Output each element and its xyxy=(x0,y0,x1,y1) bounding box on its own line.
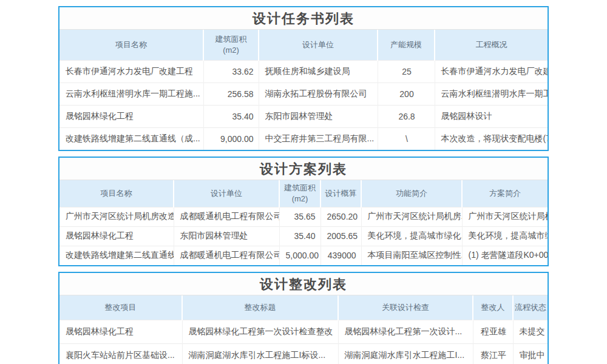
number-cell: 35.40 xyxy=(203,105,259,127)
number-cell: 33.62 xyxy=(203,60,259,83)
header-row: 整改项目整改标题关联设计检查整改人流程状态 xyxy=(59,295,548,320)
value-cell: 200 xyxy=(378,83,435,105)
project-link[interactable]: 长春市伊通河水力发电厂改建工程 xyxy=(59,60,203,83)
status-badge: 审批中 xyxy=(513,343,548,364)
person-link[interactable]: 蔡江平 xyxy=(473,343,513,364)
number-cell: 256.58 xyxy=(203,83,259,105)
text-cell: 本项目南阳至城区控制性... xyxy=(361,246,462,265)
panel-design-plan-list: 设计方案列表 项目名称设计单位建筑面积 (m2)设计概算功能简介方案简介广州市天… xyxy=(58,157,549,266)
text-cell: 晟铭园林设计 xyxy=(435,105,548,127)
column-header: 流程状态 xyxy=(513,295,548,320)
project-link[interactable]: 改建铁路线增建第二线直通线... xyxy=(59,246,174,265)
project-link[interactable]: 晟铭园林绿化工程第一次设计检查整改 xyxy=(182,320,338,343)
column-header: 整改人 xyxy=(473,295,513,320)
column-header: 关联设计检查 xyxy=(338,295,473,320)
status-badge: 未提交 xyxy=(513,320,548,343)
column-header: 功能简介 xyxy=(361,180,462,207)
text-cell: 美化环境，提高城市绿化... xyxy=(462,226,548,246)
text-cell: 东阳市园林管理处 xyxy=(174,226,279,246)
text-cell: 成都暖通机电工程有限公司 xyxy=(174,246,279,265)
project-link[interactable]: 晟铭园林绿化工程 xyxy=(59,105,203,127)
text-cell: 云南水利枢纽潜明水库一期工... xyxy=(435,83,548,105)
text-cell: 广州市天河区统计局机房... xyxy=(462,207,548,226)
project-link[interactable]: 襄阳火车站站前片区基础设... xyxy=(59,343,182,364)
project-link[interactable]: 晟铭园林绿化工程 xyxy=(59,320,182,343)
number-cell: 35.65 xyxy=(279,207,320,226)
column-header: 方案简介 xyxy=(462,180,548,207)
column-header: 建筑面积 (m2) xyxy=(203,30,259,60)
text-cell: 湖南洞庭湖水库引水工程施工I... xyxy=(338,343,473,364)
panel-title-design-plan-list: 设计方案列表 xyxy=(59,158,548,180)
panel-design-rectify-list: 设计整改列表 整改项目整改标题关联设计检查整改人流程状态晟铭园林绿化工程晟铭园林… xyxy=(58,272,549,364)
text-cell: 本次改造，将现状变配电楼(7#... xyxy=(435,127,548,150)
number-cell: 2005.65 xyxy=(320,226,361,246)
number-cell: 2650.20 xyxy=(320,207,361,226)
project-link[interactable]: 广州市天河区统计局机房改造... xyxy=(59,207,174,226)
table-row: 晟铭园林绿化工程35.40东阳市园林管理处26.8晟铭园林设计 xyxy=(59,105,548,127)
header-row: 项目名称建筑面积 (m2)设计单位产能规模工程概况 xyxy=(59,30,548,60)
table-row: 襄阳火车站站前片区基础设...湖南洞庭湖水库引水工程施工I标设...湖南洞庭湖水… xyxy=(59,343,548,364)
text-cell: 长春市伊通河水力发电厂改建... xyxy=(435,60,548,83)
column-header: 设计单位 xyxy=(174,180,279,207)
text-cell: 抚顺住房和城乡建设局 xyxy=(259,60,378,83)
text-cell: 中交王府井第三工程局有限... xyxy=(259,127,378,150)
column-header: 项目名称 xyxy=(59,180,174,207)
text-cell: 美化环境，提高城市绿化... xyxy=(361,226,462,246)
panel-title-design-rectify-list: 设计整改列表 xyxy=(59,273,548,295)
design-rectify-table: 整改项目整改标题关联设计检查整改人流程状态晟铭园林绿化工程晟铭园林绿化工程第一次… xyxy=(59,295,548,364)
text-cell: (1) 老营隧道段K0+000... xyxy=(462,246,548,265)
text-cell: 晟铭园林绿化工程第一次设计... xyxy=(338,320,473,343)
value-cell: 26.8 xyxy=(378,105,435,127)
project-link[interactable]: 云南水利枢纽潜明水库一期工程施... xyxy=(59,83,203,105)
text-cell: 成都暖通机电工程有限公司 xyxy=(174,207,279,226)
project-link[interactable]: 晟铭园林绿化工程 xyxy=(59,226,174,246)
table-row: 云南水利枢纽潜明水库一期工程施...256.58湖南永拓工程股份有限公司200云… xyxy=(59,83,548,105)
table-row: 长春市伊通河水力发电厂改建工程33.62抚顺住房和城乡建设局25长春市伊通河水力… xyxy=(59,60,548,83)
project-link[interactable]: 湖南洞庭湖水库引水工程施工I标设... xyxy=(182,343,338,364)
table-row: 晟铭园林绿化工程东阳市园林管理处35.402005.65美化环境，提高城市绿化.… xyxy=(59,226,548,246)
panel-title-design-task-list: 设计任务书列表 xyxy=(59,7,548,30)
number-cell: 5,000.00 xyxy=(279,246,320,265)
number-cell: 439000 xyxy=(320,246,361,265)
text-cell: 东阳市园林管理处 xyxy=(259,105,378,127)
page: 设计任务书列表 项目名称建筑面积 (m2)设计单位产能规模工程概况长春市伊通河水… xyxy=(0,0,607,364)
number-cell: 9,000.00 xyxy=(203,127,259,150)
column-header: 项目名称 xyxy=(59,30,203,60)
design-plan-table: 项目名称设计单位建筑面积 (m2)设计概算功能简介方案简介广州市天河区统计局机房… xyxy=(59,180,548,265)
project-link[interactable]: 改建铁路线增建第二线直通线（成... xyxy=(59,127,203,150)
header-row: 项目名称设计单位建筑面积 (m2)设计概算功能简介方案简介 xyxy=(59,180,548,207)
number-cell: 35.40 xyxy=(279,226,320,246)
panel-design-task-list: 设计任务书列表 项目名称建筑面积 (m2)设计单位产能规模工程概况长春市伊通河水… xyxy=(58,6,549,151)
column-header: 设计概算 xyxy=(320,180,361,207)
column-header: 建筑面积 (m2) xyxy=(279,180,320,207)
value-cell: 25 xyxy=(378,60,435,83)
value-cell: \ xyxy=(378,127,435,150)
text-cell: 广州市天河区统计局机房... xyxy=(361,207,462,226)
column-header: 工程概况 xyxy=(435,30,548,60)
design-task-table: 项目名称建筑面积 (m2)设计单位产能规模工程概况长春市伊通河水力发电厂改建工程… xyxy=(59,30,548,150)
text-cell: 湖南永拓工程股份有限公司 xyxy=(259,83,378,105)
column-header: 整改标题 xyxy=(182,295,338,320)
person-link[interactable]: 程亚雄 xyxy=(473,320,513,343)
column-header: 产能规模 xyxy=(378,30,435,60)
table-row: 改建铁路线增建第二线直通线...成都暖通机电工程有限公司5,000.004390… xyxy=(59,246,548,265)
table-row: 晟铭园林绿化工程晟铭园林绿化工程第一次设计检查整改晟铭园林绿化工程第一次设计..… xyxy=(59,320,548,343)
column-header: 设计单位 xyxy=(259,30,378,60)
column-header: 整改项目 xyxy=(59,295,182,320)
table-row: 广州市天河区统计局机房改造...成都暖通机电工程有限公司35.652650.20… xyxy=(59,207,548,226)
table-row: 改建铁路线增建第二线直通线（成...9,000.00中交王府井第三工程局有限..… xyxy=(59,127,548,150)
